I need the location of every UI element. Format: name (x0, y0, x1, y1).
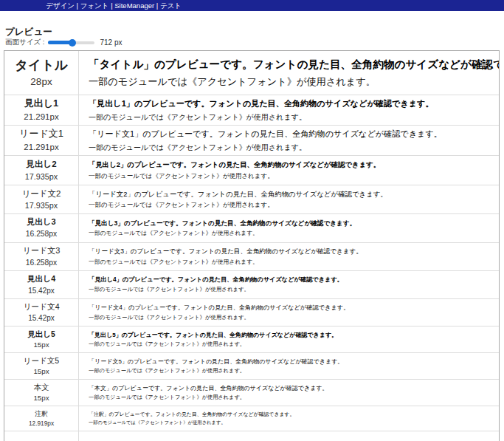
row-style-name: 見出し2 (26, 159, 56, 169)
table-row: リード文316.258px「リード文3」のプレビューです。フォントの見た目、全角… (4, 242, 499, 270)
row-style-name: リード文3 (23, 246, 61, 256)
row-style-name: 見出し3 (27, 217, 55, 228)
row-label-cell: リード文121.291px (4, 126, 79, 155)
nav-separator: | (154, 0, 160, 11)
table-row: タイトル28px「タイトル」のプレビューです。フォントの見た目、全角約物のサイズ… (4, 51, 499, 95)
row-font-size: 16.258px (26, 229, 57, 239)
row-preview-cell: 「本文」のプレビューです。フォントの見た目、全角約物のサイズなどが確認できます。… (79, 380, 499, 406)
table-row-partial (4, 431, 499, 441)
table-row: 見出し316.258px「見出し3」のプレビューです。フォントの見た目、全角約物… (4, 213, 499, 242)
row-font-size: 15px (33, 394, 49, 403)
preview-accent-line: 一部のモジュールでは《アクセントフォント》が使用されます。 (89, 112, 493, 123)
preview-main-line: 「見出し4」のプレビューです。フォントの見た目、全角約物のサイズなどが確認できま… (89, 276, 493, 284)
preview-main-line: 「本文」のプレビューです。フォントの見た目、全角約物のサイズなどが確認できます。 (89, 384, 493, 393)
preview-main-line: 「タイトル」のプレビューです。フォントの見た目、全角約物のサイズなどが確認できま… (89, 57, 493, 72)
table-row: リード文217.935px「リード文2」のプレビューです。フォントの見た目、全角… (4, 185, 499, 213)
screen-size-slider[interactable] (48, 38, 94, 47)
slider-thumb[interactable] (69, 39, 76, 47)
row-preview-cell: 「見出し3」のプレビューです。フォントの見た目、全角約物のサイズなどが確認できま… (79, 214, 499, 242)
nav-item-2[interactable]: フォント (80, 0, 109, 11)
preview-main-line: 「リード文2」のプレビューです。フォントの見た目、全角約物のサイズなどが確認でき… (89, 189, 493, 199)
row-style-name: タイトル (15, 58, 68, 74)
preview-main-line: 「リード文4」のプレビューです。フォントの見た目、全角約物のサイズなどが確認でき… (89, 304, 493, 312)
table-row: 見出し121.291px「見出し1」のプレビューです。フォントの見た目、全角約物… (4, 95, 499, 125)
screen-size-row: 画面サイズ : 712 px (5, 38, 504, 47)
row-label-cell: 見出し415.42px (4, 271, 79, 298)
table-row: リード文415.42px「リード文4」のプレビューです。フォントの見た目、全角約… (4, 298, 499, 326)
row-label-cell: 見出し515px (4, 327, 79, 352)
row-label-cell: 注釈12.919px (4, 406, 79, 431)
row-preview-cell: 「リード文2」のプレビューです。フォントの見た目、全角約物のサイズなどが確認でき… (79, 185, 499, 213)
preview-main-line: 「リード文1」のプレビューです。フォントの見た目、全角約物のサイズなどが確認でき… (89, 128, 493, 140)
preview-main-line: 「見出し1」のプレビューです。フォントの見た目、全角約物のサイズなどが確認できま… (89, 98, 493, 109)
screen-size-value: 712 px (100, 38, 122, 47)
nav-separator: | (75, 0, 80, 11)
row-font-size: 21.291px (24, 142, 58, 153)
preview-main-line: 「見出し2」のプレビューです。フォントの見た目、全角約物のサイズなどが確認できま… (89, 160, 493, 170)
row-preview-cell: 「リード文1」のプレビューです。フォントの見た目、全角約物のサイズなどが確認でき… (79, 126, 499, 155)
table-row: 注釈12.919px「注釈」のプレビューです。フォントの見た目、全角約物のサイズ… (4, 406, 499, 431)
preview-accent-line: 一部のモジュールでは《アクセントフォント》が使用されます。 (89, 259, 493, 267)
row-style-name: リード文2 (22, 188, 61, 199)
row-label-cell: 本文15px (4, 380, 79, 406)
row-style-name: 見出し4 (27, 274, 55, 284)
table-row: 見出し217.935px「見出し2」のプレビューです。フォントの見た目、全角約物… (4, 155, 499, 185)
row-font-size: 15px (33, 341, 49, 350)
row-label-cell: リード文515px (4, 353, 79, 379)
row-preview-cell: 「リード文5」のプレビューです。フォントの見た目、全角約物のサイズなどが確認でき… (79, 353, 499, 379)
row-label-cell (4, 431, 79, 441)
row-label-cell: 見出し316.258px (4, 214, 79, 242)
row-preview-cell: 「リード文3」のプレビューです。フォントの見た目、全角約物のサイズなどが確認でき… (79, 243, 499, 270)
row-preview-cell: 「注釈」のプレビューです。フォントの見た目、全角約物のサイズなどが確認できます。… (79, 406, 499, 431)
row-label-cell: タイトル28px (4, 51, 79, 95)
preview-accent-line: 一部のモジュールでは《アクセントフォント》が使用されます。 (89, 75, 493, 89)
table-row: 見出し515px「見出し5」のプレビューです。フォントの見た目、全角約物のサイズ… (4, 326, 499, 352)
row-style-name: リード文1 (19, 128, 63, 140)
row-style-name: 注釈 (35, 410, 48, 418)
preview-main-line: 「見出し5」のプレビューです。フォントの見た目、全角約物のサイズなどが確認できま… (89, 331, 493, 340)
row-preview-cell: 「見出し4」のプレビューです。フォントの見た目、全角約物のサイズなどが確認できま… (79, 271, 499, 298)
row-font-size: 16.258px (26, 258, 57, 267)
page-title: プレビュー (5, 27, 504, 37)
preview-accent-line: 一部のモジュールでは《アクセントフォント》が使用されます。 (89, 286, 493, 293)
row-label-cell: リード文415.42px (4, 299, 79, 326)
preview-accent-line: 一部のモジュールでは《アクセントフォント》が使用されます。 (89, 314, 493, 321)
preview-accent-line: 一部のモジュールでは《アクセントフォント》が使用されます。 (89, 394, 493, 401)
row-label-cell: 見出し217.935px (4, 156, 79, 185)
table-row: 見出し415.42px「見出し4」のプレビューです。フォントの見た目、全角約物の… (4, 270, 499, 298)
table-row: 本文15px「本文」のプレビューです。フォントの見た目、全角約物のサイズなどが確… (4, 379, 499, 406)
table-row: リード文121.291px「リード文1」のプレビューです。フォントの見た目、全角… (4, 125, 499, 155)
row-font-size: 17.935px (25, 200, 58, 211)
row-label-cell: リード文217.935px (4, 185, 79, 213)
preview-main-line: 「リード文5」のプレビューです。フォントの見た目、全角約物のサイズなどが確認でき… (89, 358, 493, 366)
preview-main-line: 「見出し3」のプレビューです。フォントの見た目、全角約物のサイズなどが確認できま… (89, 219, 493, 228)
row-style-name: 本文 (34, 383, 49, 392)
preview-accent-line: 一部のモジュールでは《アクセントフォント》が使用されます。 (89, 172, 493, 181)
row-label-cell: 見出し121.291px (4, 95, 79, 125)
preview-main-line: 「リード文3」のプレビューです。フォントの見た目、全角約物のサイズなどが確認でき… (89, 247, 493, 256)
row-preview-cell: 「タイトル」のプレビューです。フォントの見た目、全角約物のサイズなどが確認できま… (79, 51, 499, 95)
nav-separator: | (109, 0, 115, 11)
row-font-size: 12.919px (29, 420, 54, 428)
preview-main-line: 「注釈」のプレビューです。フォントの見た目、全角約物のサイズなどが確認できます。 (89, 411, 493, 418)
row-preview-cell (79, 431, 499, 441)
row-style-name: 見出し1 (24, 98, 59, 109)
nav-item-1[interactable]: デザイン (46, 0, 75, 11)
row-label-cell: リード文316.258px (4, 243, 79, 270)
row-font-size: 15px (33, 367, 49, 377)
row-font-size: 17.935px (25, 171, 58, 182)
preview-accent-line: 一部のモジュールでは《アクセントフォント》が使用されます。 (89, 341, 493, 348)
nav-item-4[interactable]: テスト (160, 0, 182, 11)
top-nav-bar: デザイン | フォント | SiteManager | テスト (0, 0, 504, 11)
row-preview-cell: 「見出し2」のプレビューです。フォントの見た目、全角約物のサイズなどが確認できま… (79, 156, 499, 185)
table-row: リード文515px「リード文5」のプレビューです。フォントの見た目、全角約物のサ… (4, 352, 499, 379)
nav-item-3[interactable]: SiteManager (114, 0, 154, 11)
preview-accent-line: 一部のモジュールでは《アクセントフォント》が使用されます。 (89, 420, 493, 426)
row-style-name: リード文4 (23, 302, 59, 312)
font-preview-table: タイトル28px「タイトル」のプレビューです。フォントの見た目、全角約物のサイズ… (4, 50, 500, 441)
row-style-name: リード文5 (24, 356, 59, 366)
row-font-size: 21.291px (24, 112, 58, 123)
row-font-size: 15.42px (28, 313, 55, 323)
screen-size-label: 画面サイズ : (5, 38, 44, 47)
row-preview-cell: 「見出し5」のプレビューです。フォントの見た目、全角約物のサイズなどが確認できま… (79, 327, 499, 352)
